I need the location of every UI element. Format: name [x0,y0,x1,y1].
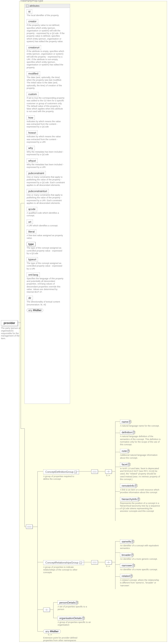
choice-connector [105,560,112,564]
expand-icon[interactable]: + [131,554,134,556]
expand-icon[interactable]: + [132,564,135,567]
attr-desc: The type of the concept assigned as cont… [27,247,65,255]
attr-row: howIndicates by which means the value wa… [27,116,68,128]
attr-desc: The type of the concept assigned as cont… [27,262,65,270]
expand-icon[interactable]: + [133,431,135,434]
concept-relationships-group: ConceptRelationshipsGroup– A group of pr… [43,560,84,574]
attr-row: howuriIndicates by which means the value… [27,130,68,144]
organisation-details-element[interactable]: organisationDetails+ [58,616,84,620]
child-broader-element[interactable]: broader+ [120,553,132,557]
attr-creatoruri: creatoruri [27,45,41,50]
connector-line [115,467,120,467]
child-desc: Additional natural language information … [120,454,161,459]
connector-line [21,203,25,203]
child-row: definition+A natural language definition… [120,430,165,446]
expand-icon[interactable]: + [132,540,134,543]
connector-line [38,471,43,472]
attr-row: pubconstraintOne or many constraints tha… [27,171,68,186]
child-narrower-element[interactable]: narrower+ [120,563,134,568]
attr-row: uriA URI which identifies a concept. [27,220,68,227]
child-definition-element[interactable]: definition+ [120,430,134,434]
connector-line [38,631,43,632]
concept-definition-group-label[interactable]: ConceptDefinitionGroup– [43,470,79,474]
attributes-header-label: attributes [30,4,39,7]
attr-row: modifiedThe date (and, optionally, the t… [27,71,68,90]
child-same-as-element[interactable]: sameAs+ [120,539,133,544]
attr-desc: If set to true the corresponding propert… [27,97,65,113]
attr-row: pubconstrainturiOne or many constraints … [27,189,68,204]
attr-desc: One or many constraints that apply to pu… [27,194,65,204]
expand-icon[interactable]: + [129,420,131,423]
attr-dir: dir [27,296,33,300]
collapse-icon[interactable]: – [26,5,29,7]
connector-line [115,509,120,509]
concept-relationships-group-label[interactable]: ConceptRelationshipsGroup– [43,560,84,565]
attr-row: creatoruriIf the attribute is empty, spe… [27,45,68,69]
child-remote-info-element[interactable]: remoteInfo+ [120,484,136,488]
child-desc: An identifier of a concept with equivale… [120,544,161,550]
expand-icon[interactable]: + [130,575,133,577]
child-desc: A natural language name for the concept. [120,424,161,427]
attr-desc: If the property value is not defined, sp… [27,24,65,43]
child-facet-element[interactable]: facet+ [120,462,129,466]
provider-element: provider The party (person or organisati… [1,320,18,340]
child-row: remoteInfo+A link to an item or a web re… [120,484,165,494]
attr-id: id [27,9,32,14]
attr-desc: A qualified code which identifies a conc… [27,212,65,217]
attr-row-any: any ##other [27,308,68,312]
attr-desc: Why the metadata has been included - exp… [27,151,65,156]
child-row: broader+An identifier of a more generic … [120,553,165,560]
attr-howuri: howuri [27,130,38,135]
child-name-element[interactable]: name+ [120,420,130,424]
child-note-element[interactable]: note+ [120,449,128,453]
connector-line [115,552,120,553]
connector-line [38,610,43,610]
child-related-element[interactable]: related+ [120,574,131,578]
collapse-icon[interactable]: – [74,471,77,473]
child-hierarchy-info-element[interactable]: hierarchyInfo+ [120,497,139,501]
any-other-element: any ##other [43,630,61,634]
connector-line [115,452,120,452]
attr-desc: The local identifier of the property. [27,14,65,17]
expand-icon[interactable]: + [137,498,140,500]
attr-xml-lang: xml:lang [27,272,40,277]
connector-line [50,610,53,610]
choice-connector [43,608,50,612]
child-row: narrower+An identifier of a more specifi… [120,563,165,571]
attr-row: customIf set to true the corresponding p… [27,92,68,113]
person-details-element[interactable]: personDetails+ [58,600,77,605]
connector-line [98,562,105,562]
expand-icon[interactable]: + [127,450,130,452]
any-other-desc: Extension point for provider-defined pro… [43,636,82,642]
provider-label: provider [1,320,18,326]
child-row: hierarchyInfo+Represents the position of… [120,497,165,513]
connector-line [115,422,120,422]
attr-how: how [27,116,35,120]
attr-qcode: qcode [27,207,37,211]
expand-icon[interactable]: + [135,484,137,487]
child-desc: A link to an item or a web resource whic… [120,488,161,494]
attr-row: qcodeA qualified code which identifies a… [27,207,68,217]
child-desc: A set of properties specific to a person [58,606,91,611]
attr-uri: uri [27,220,33,224]
connector-line [115,422,115,521]
connector-line [53,602,58,602]
connector-line [115,541,120,542]
attr-creator: creator [27,19,38,24]
connector-line [112,471,115,472]
collapse-icon[interactable]: – [79,562,82,564]
connector-line [115,433,120,433]
attr-row: idThe local identifier of the property. [27,9,68,17]
attr-row: whyuriWhy the metadata has been included… [27,158,68,169]
attr-desc: Specifies the language of this property … [27,277,65,294]
expand-icon[interactable]: + [76,601,78,604]
child-row: facet+In NAR 1.8 and later, facet is dep… [120,462,165,481]
attr-row: typeThe type of the concept assigned as … [27,242,68,255]
attr-custom: custom [27,92,38,96]
attr-row: whyWhy the metadata has been included - … [27,146,68,156]
child-row: name+A natural language name for the con… [120,420,165,427]
attributes-header[interactable]: – attributes [25,4,70,8]
expand-icon[interactable]: + [128,463,130,466]
sequence-connector [26,524,33,529]
expand-icon[interactable]: + [82,617,85,619]
